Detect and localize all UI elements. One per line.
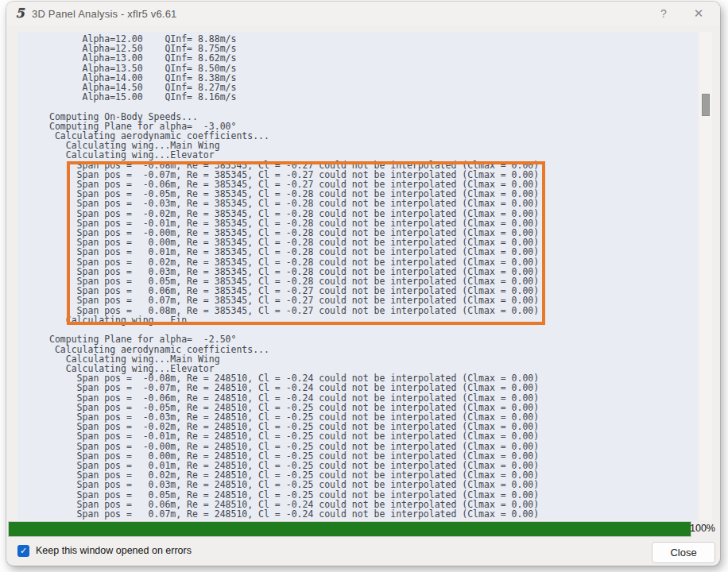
title-bar: 5 3D Panel Analysis - xflr5 v6.61 ? ✕ [6,2,720,25]
keep-window-open-checkbox[interactable]: ✓ [17,545,29,557]
close-button[interactable]: Close [652,542,715,563]
keep-window-open-label[interactable]: Keep this window opened on errors [36,545,192,557]
dialog-window: 5 3D Panel Analysis - xflr5 v6.61 ? ✕ Al… [6,2,720,566]
analysis-progress-bar [8,521,691,537]
xflr5-app-icon: 5 [13,6,27,21]
window-title: 3D Panel Analysis - xflr5 v6.61 [32,8,177,20]
window-close-icon[interactable]: ✕ [687,5,711,22]
help-button[interactable]: ? [652,5,676,22]
checkmark-icon: ✓ [20,546,27,555]
log-text: Alpha=12.00 QInf= 8.88m/s Alpha=12.50 QI… [17,32,698,519]
scrollbar-thumb[interactable] [702,94,710,116]
progress-fill [9,522,691,536]
log-scrollbar[interactable] [699,32,712,520]
analysis-log-output[interactable]: Alpha=12.00 QInf= 8.88m/s Alpha=12.50 QI… [17,32,698,520]
progress-percentage: 100% [690,523,715,534]
